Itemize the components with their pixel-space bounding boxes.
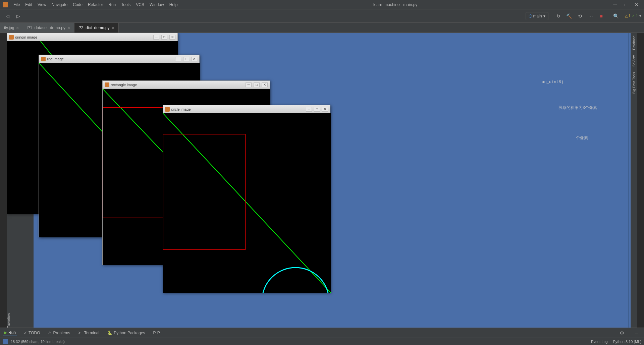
right-sidebar: Database SoView Big Data Tools <box>631 33 637 335</box>
code-fragment-2: 线条的粗细为3个像素 <box>558 105 597 111</box>
cv-icon-origin <box>9 35 14 40</box>
p-extra-icon: P <box>153 331 156 335</box>
cv-title-origin: oringin image <box>15 35 151 39</box>
code-fragment-1: an_uint8) <box>542 80 564 84</box>
window-minimize[interactable]: ─ <box>610 0 620 9</box>
menu-refactor[interactable]: Refactor <box>85 2 106 8</box>
status-position: 18:32 (569 chars, 19 line breaks) <box>11 340 591 344</box>
cv-icon-circle <box>165 107 170 112</box>
toolbar-build[interactable]: 🔨 <box>565 11 574 21</box>
cv-maximize-circle[interactable]: □ <box>314 107 320 112</box>
tab-ity-label: ity.jpg <box>4 25 14 30</box>
app-logo <box>3 2 8 7</box>
window-maximize[interactable]: □ <box>621 0 631 9</box>
toolbar-run-back[interactable]: ⟲ <box>575 11 585 21</box>
cv-content-circle <box>163 113 331 293</box>
menu-navigate[interactable]: Navigate <box>49 2 70 8</box>
cv-maximize-rect[interactable]: □ <box>254 82 260 87</box>
menu-window[interactable]: Window <box>147 2 167 8</box>
cv-maximize-origin[interactable]: □ <box>161 35 167 40</box>
status-python: Python 3.10 (ML) <box>613 340 641 344</box>
run-tab-icon: ▶ <box>4 330 7 335</box>
cv-minimize-line[interactable]: ─ <box>175 57 181 61</box>
event-log[interactable]: Event Log <box>591 340 608 344</box>
tab-python-packages[interactable]: 🐍 Python Packages <box>106 330 146 336</box>
tab-terminal[interactable]: >_ Terminal <box>77 330 101 336</box>
bottom-panel: ▶ Run ✓ TODO ⚠ Problems >_ Terminal 🐍 Py… <box>0 328 644 338</box>
cv-titlebar-origin: oringin image ─ □ ✕ <box>7 33 177 41</box>
cv-title-line: line image <box>47 57 173 61</box>
menu-help[interactable]: Help <box>167 2 180 8</box>
status-icon <box>3 339 8 344</box>
cv-window-circle: circle image ─ □ ✕ <box>163 105 330 293</box>
cv-close-rect[interactable]: ✕ <box>262 82 268 87</box>
tab-p2-label: P2_dict_demo.py <box>78 25 110 30</box>
terminal-tab-label: Terminal <box>84 331 99 335</box>
toolbar-back[interactable]: ◁ <box>3 11 12 21</box>
cv-titlebar-line: line image ─ □ ✕ <box>39 55 199 63</box>
cv-minimize-origin[interactable]: ─ <box>153 35 159 40</box>
toolbar: ◁ ▷ ⬡ main ▾ ↻ 🔨 ⟲ ⋯ ■ 🔍 △ 1 ✓ 1 ▾ <box>0 9 644 23</box>
branch-dropdown-icon: ▾ <box>543 14 545 18</box>
menu-tools[interactable]: Tools <box>118 2 133 8</box>
cv-minimize-rect[interactable]: ─ <box>246 82 252 87</box>
soview-tab[interactable]: SoView <box>632 53 637 69</box>
menubar: File Edit View Navigate Code Refactor Ru… <box>0 0 644 9</box>
problems-tab-icon: ⚠ <box>48 331 52 335</box>
menu-edit[interactable]: Edit <box>22 2 35 8</box>
cv-icon-line <box>41 57 46 61</box>
cv-titlebar-circle: circle image ─ □ ✕ <box>163 105 330 113</box>
tab-p2[interactable]: P2_dict_demo.py ✕ <box>74 23 119 33</box>
branch-name: main <box>533 14 542 18</box>
panel-collapse[interactable]: ─ <box>632 328 641 338</box>
tab-run[interactable]: ▶ Run <box>3 330 17 336</box>
bigdata-tab[interactable]: Big Data Tools <box>632 69 637 96</box>
p-extra-label: P... <box>157 331 163 335</box>
todo-tab-icon: ✓ <box>24 331 27 335</box>
toolbar-search[interactable]: 🔍 <box>611 11 621 21</box>
tab-p-extra[interactable]: P P... <box>152 330 164 336</box>
toolbar-refresh[interactable]: ↻ <box>554 11 563 21</box>
favorites-label: Favorites <box>7 313 11 328</box>
cv-close-circle[interactable]: ✕ <box>322 107 328 112</box>
cv-titlebar-rect: rectangle image ─ □ ✕ <box>103 81 270 89</box>
panel-settings[interactable]: ⚙ <box>617 328 627 338</box>
cv-close-origin[interactable]: ✕ <box>169 35 175 40</box>
cv-canvas-circle <box>163 113 331 293</box>
problems-tab-label: Problems <box>53 331 70 335</box>
todo-tab-label: TODO <box>29 331 40 335</box>
statusbar: 18:32 (569 chars, 19 line breaks) Event … <box>0 338 644 345</box>
branch-selector[interactable]: ⬡ main ▾ <box>526 12 548 20</box>
cv-icon-rect <box>105 82 109 87</box>
cv-title-rect: rectangle image <box>111 83 244 87</box>
toolbar-forward[interactable]: ▷ <box>13 11 23 21</box>
tab-ity-close[interactable]: ✕ <box>16 26 19 30</box>
cv-maximize-line[interactable]: □ <box>183 57 189 61</box>
database-tab[interactable]: Database <box>632 33 637 53</box>
cv-minimize-circle[interactable]: ─ <box>306 107 312 112</box>
window-close[interactable]: ✕ <box>632 0 641 9</box>
tab-todo[interactable]: ✓ TODO <box>22 330 41 336</box>
cv-title-circle: circle image <box>171 107 304 111</box>
menu-file[interactable]: File <box>11 2 22 8</box>
cv-close-line[interactable]: ✕ <box>191 57 197 61</box>
tab-p1-close[interactable]: ✕ <box>67 26 70 30</box>
tab-problems[interactable]: ⚠ Problems <box>47 330 71 336</box>
toolbar-stop[interactable]: ■ <box>597 11 606 21</box>
tab-p1[interactable]: P1_dataset_demo.py ✕ <box>23 23 74 33</box>
terminal-tab-icon: >_ <box>78 331 83 335</box>
toolbar-more[interactable]: ⋯ <box>586 11 595 21</box>
tab-ity[interactable]: ity.jpg ✕ <box>0 23 23 33</box>
run-tab-label: Run <box>8 330 16 335</box>
menu-run[interactable]: Run <box>106 2 118 8</box>
tab-p2-close[interactable]: ✕ <box>112 26 114 30</box>
python-pkg-label: Python Packages <box>114 331 145 335</box>
menu-code[interactable]: Code <box>70 2 85 8</box>
app-title: learn_machine - main.py <box>373 2 417 7</box>
menu-view[interactable]: View <box>35 2 49 8</box>
main-area: ▶ ■ ↻ ≡ ⊞ ⊟ 📌 🖨 🗑 Favorites ★ Struc <box>7 33 637 335</box>
code-fragment-3: 个像素. <box>576 135 590 141</box>
tab-p1-label: P1_dataset_demo.py <box>27 25 65 30</box>
tabs-bar: ity.jpg ✕ P1_dataset_demo.py ✕ P2_dict_d… <box>0 23 644 33</box>
menu-vcs[interactable]: VCS <box>133 2 147 8</box>
